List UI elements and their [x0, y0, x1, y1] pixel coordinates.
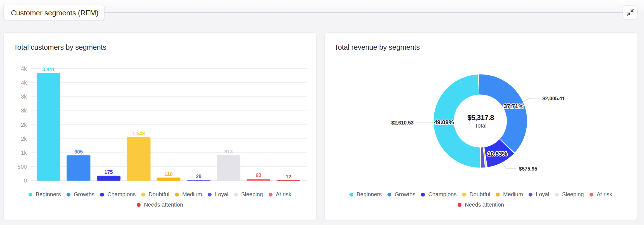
- svg-text:Total: Total: [475, 123, 486, 129]
- svg-text:$5,317.8: $5,317.8: [467, 113, 494, 122]
- svg-text:0: 0: [24, 178, 27, 184]
- svg-text:2k: 2k: [21, 122, 27, 128]
- svg-text:4k: 4k: [21, 80, 27, 86]
- svg-text:913: 913: [224, 149, 233, 154]
- svg-text:3k: 3k: [21, 107, 27, 114]
- svg-text:500: 500: [18, 164, 27, 170]
- svg-text:175: 175: [105, 169, 113, 175]
- svg-text:110: 110: [164, 171, 172, 177]
- svg-text:37.71%: 37.71%: [504, 103, 524, 109]
- svg-text:2k: 2k: [21, 136, 27, 142]
- svg-text:29: 29: [196, 174, 202, 179]
- svg-text:1,548: 1,548: [132, 131, 145, 137]
- svg-text:$2,610.53: $2,610.53: [391, 120, 414, 126]
- svg-text:$575.95: $575.95: [519, 166, 537, 172]
- svg-text:3,841: 3,841: [42, 67, 55, 72]
- svg-text:1k: 1k: [21, 150, 27, 156]
- svg-text:4k: 4k: [21, 66, 27, 72]
- svg-text:905: 905: [74, 149, 83, 155]
- svg-text:10.83%: 10.83%: [487, 150, 507, 157]
- svg-text:12: 12: [286, 174, 291, 179]
- svg-text:63: 63: [256, 173, 261, 178]
- svg-text:$2,005.41: $2,005.41: [543, 96, 565, 101]
- svg-text:3k: 3k: [21, 94, 27, 100]
- svg-text:49.09%: 49.09%: [434, 119, 454, 125]
